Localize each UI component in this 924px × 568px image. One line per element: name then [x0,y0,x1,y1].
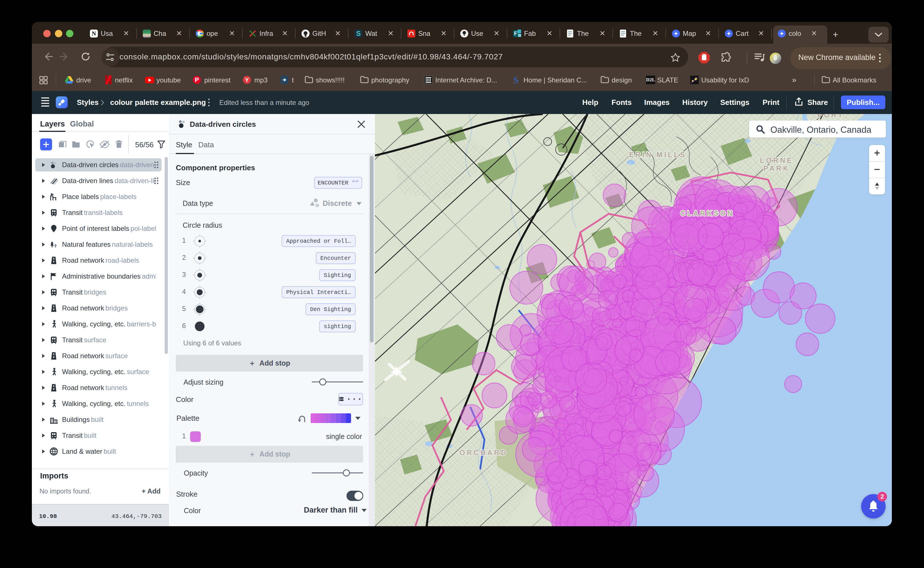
svg-text:PARK: PARK [763,164,790,172]
svg-text:PORT: PORT [817,114,844,119]
svg-text:LORNE: LORNE [760,156,794,164]
svg-text:ORCHARD: ORCHARD [459,449,508,456]
svg-text:ERIN MILLS: ERIN MILLS [629,151,686,159]
svg-text:CLARKSON: CLARKSON [680,209,734,217]
